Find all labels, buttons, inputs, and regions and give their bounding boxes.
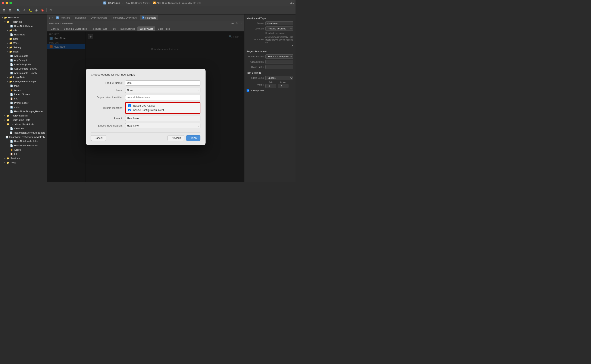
square-icon[interactable]: □ [48,8,53,13]
tab-build-rules[interactable]: Build Rules [156,26,172,31]
chevron-down-icon: ▾ [3,123,7,125]
profile-icon[interactable]: ◉ [34,8,39,13]
sidebar-item-heartnoteliveactivits3[interactable]: 📄 HeartNoteLiveActivits [0,143,47,148]
sidebar-item-label: ViewUtils [14,127,24,130]
sidebar-item-launchscreen[interactable]: 📄 LaunchScreen [0,92,47,97]
file-icon: 📄 [10,127,13,130]
name-input[interactable] [265,21,293,25]
sidebar-item-appdelegate2[interactable]: 📄 AppDelegate [0,58,47,62]
sidebar-item-main2[interactable]: 📄 Main [0,84,47,88]
tab-signing[interactable]: Signing & Capabilities [62,26,89,31]
sidebar-item-info2[interactable]: 📋 Info [0,152,47,156]
tab-liveactivityutils[interactable]: LiveActivityUtils [88,15,109,20]
tab-heartnote-project[interactable]: A HeartNote [54,15,73,20]
organization-label: Organization [247,61,264,63]
sidebar-item-heartnoteliveactivitsbundle[interactable]: 📄 HeartNoteLiveActivitsBundle [0,130,47,135]
location-select[interactable]: Relative to Group [265,26,293,31]
folder-icon: 📁 [9,50,12,53]
traffic-lights[interactable] [2,2,12,4]
tab-icon: A [56,16,59,19]
sidebar-item-appdelegate1[interactable]: 📄 AppDelegate [0,54,47,58]
hierarchy-icon[interactable]: ⊟ [2,8,7,13]
sidebar-item-assets1[interactable]: ◼ Assets [0,88,47,92]
nav-back[interactable]: ‹ [121,1,124,5]
close-button[interactable] [2,2,4,4]
inspector-icon[interactable]: ⊞ [8,8,12,13]
sidebar-item-main[interactable]: ▸ 📁 Main [0,50,47,54]
sidebar-item-main-c[interactable]: 📄 main [0,105,47,109]
team-select[interactable]: None [125,88,201,93]
tab-width-input[interactable] [265,84,276,88]
org-identifier-input[interactable] [125,95,201,100]
warning-badge-icon[interactable]: ⚠ [235,22,238,25]
cancel-button[interactable]: Cancel [91,135,106,141]
sidebar-item-imagedata[interactable]: ▸ 📁 ImageData [0,75,47,79]
include-config-intent-checkbox[interactable] [128,109,131,111]
breadcrumb: HeartNote [62,22,73,25]
sidebar-item-liveactivityutils[interactable]: 📄 LiveActivityUtils [0,62,47,67]
tab-heartnoteliveactivity[interactable]: HeartNoteL...LiveActivity [109,15,139,20]
tab-pdelegate[interactable]: pDelegate [73,15,88,20]
sidebar-item-srbt[interactable]: ▸ 📁 srbt [0,28,47,32]
tab-nav-back[interactable]: ‹ [48,16,51,20]
previous-button[interactable]: Previous [167,135,185,141]
warning-icon[interactable]: ⚠ [22,8,27,13]
minimize-button[interactable] [6,2,8,4]
indent-using-select[interactable]: Spaces [265,76,293,80]
tab-build-phases[interactable]: Build Phases [137,26,155,31]
sidebar-item-iqkeyboard[interactable]: ▸ 📁 IQKeyboardManager [0,79,47,84]
chevron-down-icon: ▾ [3,21,7,23]
sidebar-item-heartnoteliveactivity[interactable]: 📄 HeartNoteLiveActivitsLiveActivity [0,135,47,139]
finish-button[interactable]: Finish [186,135,200,141]
sidebar-item-heartnote2[interactable]: 📄 HeartNote [0,32,47,37]
sidebar-item-heartnotedebug[interactable]: 📄 HeartNoteDebug [0,24,47,28]
sidebar-item-heartnote-root[interactable]: ▾ 📁 HeartNote [0,15,47,20]
folder-icon: 📁 [4,16,7,19]
search-icon[interactable]: 🔍 [16,8,21,13]
include-config-intent-label: Include Configuration Intent [133,109,164,112]
sidebar-item-assets2[interactable]: ◼ Assets [0,148,47,152]
sidebar-item-heartnoteduitests[interactable]: ▸ 📁 HeartNoteUITests [0,118,47,122]
sidebar-item-write[interactable]: ▸ 📁 Write [0,41,47,45]
path-reveal-icon[interactable]: ↗ [291,45,293,48]
include-live-activity-checkbox[interactable] [128,104,131,107]
org-identifier-label: Organization Identifier: [91,96,125,99]
sidebar-item-heartnote[interactable]: ▾ 📁 HeartNote [0,20,47,24]
tab-general[interactable]: General [49,26,61,31]
tab-resource-tags[interactable]: Resource Tags [89,26,109,31]
sidebar-item-bridgingheader[interactable]: 📄 HeartNote-BridgingHeader [0,109,47,114]
sidebar-item-prefixheader[interactable]: 📄 PrefixHeader [0,101,47,105]
organization-input[interactable] [265,60,293,64]
chevron-right-icon: ▸ [3,119,7,121]
sidebar-item-info1[interactable]: 📋 Info [0,97,47,101]
embed-select[interactable]: HeartNote [125,123,201,128]
tab-info[interactable]: Info [110,26,118,31]
sidebar-item-date[interactable]: ▸ 📁 Date [0,37,47,41]
titlebar: A HeartNote ‹ Any iOS Device (arm64) 🔀 A… [0,0,296,6]
bookmark-icon[interactable]: 🔖 [40,8,45,13]
tab-nav-forward[interactable]: › [51,16,54,20]
debug-icon[interactable]: 🐛 [28,8,33,13]
class-prefix-input[interactable] [265,65,293,69]
more-icon[interactable]: ⋯ [240,22,242,25]
sidebar-item-heartnoteliveactivits2[interactable]: 📄 HeartNoteLiveActivits [0,139,47,143]
sidebar-item-heartnoteliveactivits[interactable]: ▾ 📁 HeartNoteLiveActivits [0,122,47,126]
sidebar-item-appdelegate-sev1[interactable]: 📄 AppDelegate+Sevrity [0,67,47,71]
project-format-select[interactable]: Xcode 9.3-compatible [265,54,293,59]
split-editor-icon[interactable]: ⇌ [231,22,234,25]
indent-width-input[interactable] [278,84,289,88]
tab-heartnote-active[interactable]: A HeartNote [140,15,158,20]
tab-build-settings[interactable]: Build Settings [118,26,137,31]
sidebar-item-setting[interactable]: ▸ 📁 Setting [0,45,47,50]
sidebar-item-products[interactable]: ▸ 📁 Products [0,156,47,160]
folder-icon: 📁 [9,37,12,40]
sidebar-item-appdelegate-sev2[interactable]: 📄 AppDelegate+Sevrity [0,71,47,75]
project-select[interactable]: HeartNote [125,116,201,121]
sidebar-item-heartnotetests[interactable]: ▸ 📁 HeartNoteTests [0,114,47,118]
fullscreen-button[interactable] [9,2,12,4]
wrap-lines-checkbox[interactable] [247,89,249,92]
plist-icon: 📋 [10,97,13,100]
product-name-input[interactable] [125,80,201,85]
sidebar-item-viewutils[interactable]: 📄 ViewUtils [0,126,47,130]
sidebar-item-pods[interactable]: ▸ 📁 Pods [0,160,47,165]
